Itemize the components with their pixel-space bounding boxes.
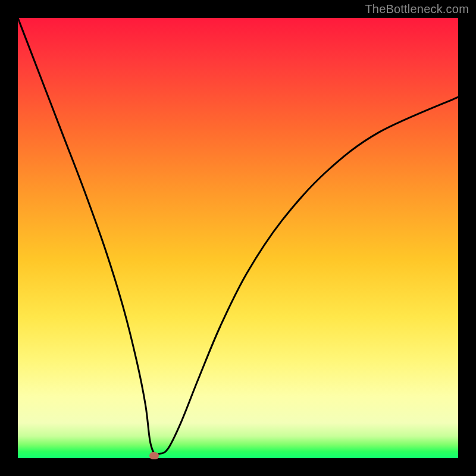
bottleneck-curve [18,18,458,458]
chart-frame: TheBottleneck.com [0,0,476,476]
optimal-point-marker [149,452,159,459]
watermark-text: TheBottleneck.com [365,2,469,16]
